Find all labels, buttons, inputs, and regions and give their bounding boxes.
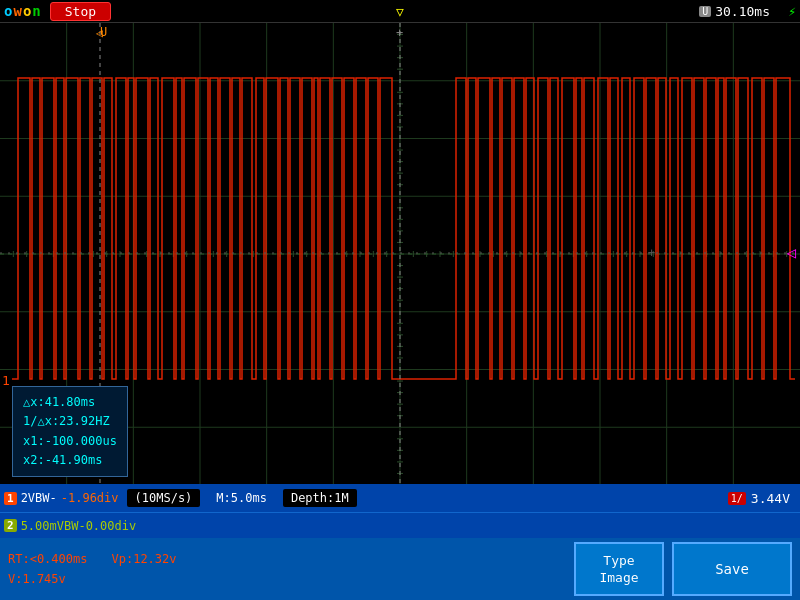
buttons-row: RT:<0.400ms Vp:12.32v V:1.745v Type Imag… (0, 538, 800, 600)
ch2-number: 2 (4, 519, 17, 532)
info-labels: RT:<0.400ms Vp:12.32v V:1.745v (8, 549, 566, 590)
delta-x: △x:41.80ms (23, 393, 117, 412)
x1-value: x1:-100.000us (23, 432, 117, 451)
cursor-info-box: △x:41.80ms 1/△x:23.92HZ x1:-100.000us x2… (12, 386, 128, 477)
trigger-level-marker: ◁ (786, 243, 796, 262)
time-display: U 30.10ms (699, 4, 770, 19)
svg-text:+: + (396, 26, 403, 40)
trigger-marker: ▽ (396, 4, 404, 19)
depth-info: Depth:1M (283, 489, 357, 507)
stop-button[interactable]: Stop (50, 2, 111, 21)
scope-screen: ◁++ U 1 ◁ △x:41.80ms 1/△x:23.92HZ x1:-10… (0, 22, 800, 484)
voltage-value: 3.44V (751, 491, 790, 506)
info-row1: RT:<0.400ms Vp:12.32v (8, 549, 566, 569)
right-arrow-icon: ⚡ (788, 4, 796, 19)
save-button[interactable]: Save (672, 542, 792, 596)
ch1-number: 1 (4, 492, 17, 505)
rt-label: RT:<0.400ms (8, 549, 87, 569)
vp-label: Vp:12.32v (111, 549, 176, 569)
ch2-vbw: 5.00mVBW-0.00div (21, 519, 137, 533)
sample-rate: (10MS/s) (127, 489, 201, 507)
top-bar: owon Stop ▽ U 30.10ms ⚡ (0, 0, 800, 22)
status-row2: 2 5.00mVBW-0.00div (0, 512, 800, 538)
image-label: Image (599, 570, 638, 585)
ch1-div: -1.96div (61, 491, 119, 505)
frequency: 1/△x:23.92HZ (23, 412, 117, 431)
ch1-vbw: 2VBW- (21, 491, 57, 505)
time-value: 30.10ms (715, 4, 770, 19)
v-label: V:1.745v (8, 569, 66, 589)
type-image-button[interactable]: Type Image (574, 542, 664, 596)
u-marker: U (100, 25, 107, 39)
ch1-marker: 1 (0, 373, 12, 388)
type-label: Type (603, 553, 634, 568)
svg-text:+: + (648, 246, 655, 260)
ch2-info: 2 5.00mVBW-0.00div (4, 519, 136, 533)
u-icon: U (699, 6, 711, 17)
status-row1: 1 2VBW- -1.96div (10MS/s) M:5.0ms Depth:… (0, 484, 800, 512)
logo: owon (4, 3, 42, 19)
x2-value: x2:-41.90ms (23, 451, 117, 470)
ch1-info: 1 2VBW- -1.96div (4, 491, 119, 505)
bottom-bar: 1 2VBW- -1.96div (10MS/s) M:5.0ms Depth:… (0, 484, 800, 600)
voltage-display: 1/ 3.44V (728, 491, 790, 506)
volt-icon: 1/ (728, 492, 746, 505)
info-row2: V:1.745v (8, 569, 566, 589)
timebase: M:5.0ms (216, 491, 267, 505)
